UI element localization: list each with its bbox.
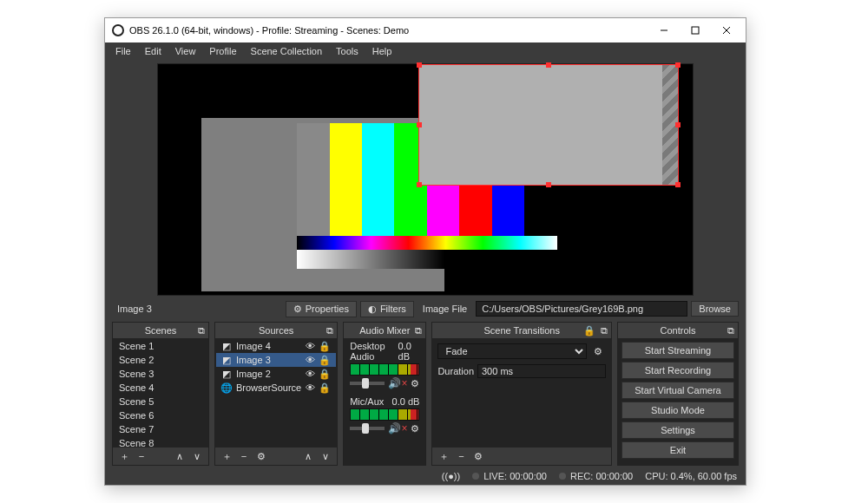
popout-icon[interactable]: ⧉ xyxy=(198,325,205,336)
preview-area[interactable] xyxy=(157,63,694,296)
scene-item[interactable]: Scene 2 xyxy=(114,353,207,367)
control-button-start-virtual-camera[interactable]: Start Virtual Camera xyxy=(621,382,734,399)
eye-icon[interactable]: 👁 xyxy=(306,369,315,380)
duration-input[interactable] xyxy=(477,364,606,378)
menu-scene-collection[interactable]: Scene Collection xyxy=(244,44,330,58)
preview-gradient xyxy=(297,236,557,250)
resize-handle-e[interactable] xyxy=(675,122,681,127)
scene-item[interactable]: Scene 3 xyxy=(114,367,207,381)
source-label: Image 2 xyxy=(236,369,271,379)
resize-handle-ne[interactable] xyxy=(675,62,681,68)
lock-icon[interactable]: 🔒 xyxy=(319,369,331,380)
source-label: Image 3 xyxy=(236,355,271,365)
popout-icon[interactable]: ⧉ xyxy=(415,325,422,336)
scenes-list[interactable]: Scene 1Scene 2Scene 3Scene 4Scene 5Scene… xyxy=(113,338,208,447)
mute-icon[interactable]: 🔊× xyxy=(388,422,407,434)
menu-profile[interactable]: Profile xyxy=(202,44,243,58)
context-bar: Image 3 ⚙ Properties ◐ Filters Image Fil… xyxy=(112,299,739,318)
image-file-input[interactable] xyxy=(476,301,687,317)
source-item[interactable]: ◩Image 3👁🔒 xyxy=(216,353,336,367)
lock-icon[interactable]: 🔒 xyxy=(319,355,331,366)
scene-item[interactable]: Scene 5 xyxy=(114,395,207,408)
slider-thumb[interactable] xyxy=(362,423,369,434)
transitions-body: Fade ⚙ Duration xyxy=(432,338,611,447)
remove-scene-button[interactable]: − xyxy=(134,449,149,463)
resize-handle-w[interactable] xyxy=(417,122,422,127)
resize-handle-sw[interactable] xyxy=(417,182,422,187)
source-down-button[interactable]: ∨ xyxy=(318,449,333,463)
source-item[interactable]: 🌐BrowserSource👁🔒 xyxy=(216,381,336,395)
popout-icon[interactable]: ⧉ xyxy=(326,325,333,336)
transition-properties-button[interactable]: ⚙ xyxy=(470,449,486,463)
resize-handle-nw[interactable] xyxy=(417,62,422,68)
lock-icon[interactable]: 🔒 xyxy=(319,382,331,394)
minimize-button[interactable] xyxy=(648,19,680,42)
add-scene-button[interactable]: ＋ xyxy=(116,449,132,463)
remove-source-button[interactable]: − xyxy=(236,449,252,463)
eye-icon[interactable]: 👁 xyxy=(306,355,315,366)
source-properties-button[interactable]: ⚙ xyxy=(253,449,269,463)
sources-dock: Sources ⧉ ◩Image 4👁🔒◩Image 3👁🔒◩Image 2👁🔒… xyxy=(214,322,338,466)
transition-type-select[interactable]: Fade xyxy=(437,343,587,359)
source-item[interactable]: ◩Image 4👁🔒 xyxy=(216,339,336,353)
window-title: OBS 26.1.0 (64-bit, windows) - Profile: … xyxy=(129,25,648,36)
volume-slider[interactable] xyxy=(350,427,385,430)
popout-icon[interactable]: ⧉ xyxy=(727,325,734,336)
dock-row: Scenes ⧉ Scene 1Scene 2Scene 3Scene 4Sce… xyxy=(112,322,739,466)
volume-slider[interactable] xyxy=(350,382,385,385)
scene-down-button[interactable]: ∨ xyxy=(189,449,205,463)
control-button-studio-mode[interactable]: Studio Mode xyxy=(621,402,734,419)
transition-settings-button[interactable]: ⚙ xyxy=(590,344,606,358)
live-dot-icon xyxy=(472,473,479,480)
scene-up-button[interactable]: ∧ xyxy=(172,449,187,463)
lock-icon[interactable]: 🔒 xyxy=(583,325,595,336)
slider-thumb[interactable] xyxy=(362,378,369,389)
duration-label: Duration xyxy=(437,366,474,376)
image-icon: ◩ xyxy=(221,355,232,365)
maximize-button[interactable] xyxy=(680,19,711,42)
gear-icon[interactable]: ⚙ xyxy=(411,378,419,389)
resize-handle-n[interactable] xyxy=(546,62,551,68)
source-label: Image 4 xyxy=(236,341,271,351)
menu-edit[interactable]: Edit xyxy=(138,44,168,58)
menubar: File Edit View Profile Scene Collection … xyxy=(105,42,746,60)
close-button[interactable] xyxy=(711,19,742,42)
eye-icon[interactable]: 👁 xyxy=(306,382,315,394)
sources-toolbar: ＋ − ⚙ ∧ ∨ xyxy=(215,447,337,465)
lock-icon[interactable]: 🔒 xyxy=(319,341,331,352)
source-up-button[interactable]: ∧ xyxy=(300,449,316,463)
mute-icon[interactable]: 🔊× xyxy=(388,377,407,389)
gear-icon[interactable]: ⚙ xyxy=(411,423,419,434)
control-button-start-recording[interactable]: Start Recording xyxy=(621,362,734,379)
popout-icon[interactable]: ⧉ xyxy=(601,325,608,336)
menu-file[interactable]: File xyxy=(108,44,138,58)
control-button-start-streaming[interactable]: Start Streaming xyxy=(621,342,734,359)
menu-tools[interactable]: Tools xyxy=(329,44,365,58)
menu-help[interactable]: Help xyxy=(365,44,399,58)
preview-selection-box[interactable] xyxy=(418,64,679,186)
add-transition-button[interactable]: ＋ xyxy=(436,449,451,463)
remove-transition-button[interactable]: − xyxy=(453,449,469,463)
scene-item[interactable]: Scene 7 xyxy=(114,422,207,436)
channel-name: Mic/Aux xyxy=(350,396,384,407)
add-source-button[interactable]: ＋ xyxy=(219,449,234,463)
preview-bw-gradient xyxy=(297,250,444,269)
menu-view[interactable]: View xyxy=(168,44,203,58)
scene-item[interactable]: Scene 1 xyxy=(114,339,207,353)
control-button-exit[interactable]: Exit xyxy=(621,441,734,459)
browse-button[interactable]: Browse xyxy=(691,301,739,317)
eye-icon[interactable]: 👁 xyxy=(306,341,315,352)
scene-item[interactable]: Scene 8 xyxy=(114,436,207,447)
control-button-settings[interactable]: Settings xyxy=(621,421,734,439)
scene-item[interactable]: Scene 4 xyxy=(114,381,207,395)
resize-handle-s[interactable] xyxy=(546,182,551,187)
app-body: File Edit View Profile Scene Collection … xyxy=(105,42,746,485)
resize-handle-se[interactable] xyxy=(675,182,681,187)
scene-item[interactable]: Scene 6 xyxy=(114,408,207,422)
properties-button[interactable]: ⚙ Properties xyxy=(286,301,357,317)
sources-list[interactable]: ◩Image 4👁🔒◩Image 3👁🔒◩Image 2👁🔒🌐BrowserSo… xyxy=(215,338,337,447)
controls-dock: Controls ⧉ Start StreamingStart Recordin… xyxy=(617,322,739,466)
filters-button[interactable]: ◐ Filters xyxy=(360,301,414,317)
audio-meter xyxy=(350,363,419,376)
source-item[interactable]: ◩Image 2👁🔒 xyxy=(216,367,336,381)
